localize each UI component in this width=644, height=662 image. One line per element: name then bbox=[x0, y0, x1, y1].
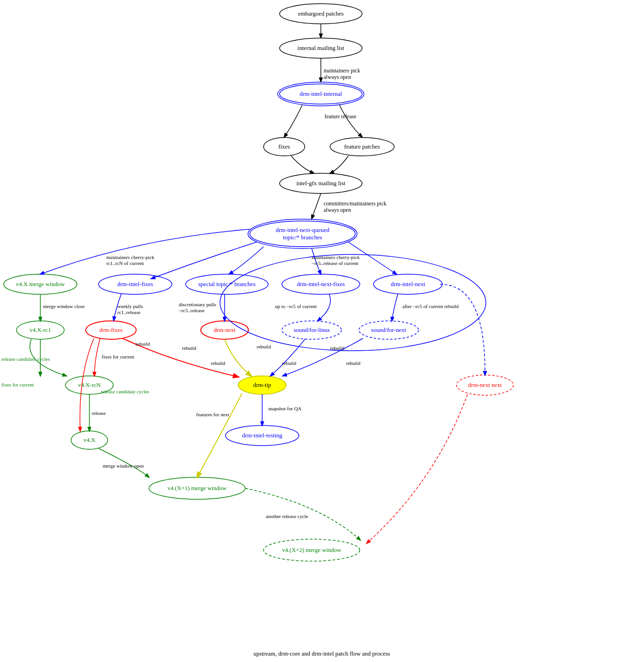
intel-gfx-label: intel-gfx mailing list bbox=[297, 180, 346, 187]
merge-window-open-label: merge window open bbox=[103, 463, 144, 469]
footer-label: upstream, drm-core and drm-intel patch f… bbox=[253, 650, 390, 657]
after-rc5-label: after ~rc5 of current rebuild bbox=[402, 303, 459, 309]
fixes-for-current-left: fixes for current bbox=[1, 382, 34, 387]
v4x2-merge-window-label: v4.(X+2) merge window bbox=[282, 546, 341, 553]
rebuild-label2: rebuild bbox=[282, 360, 297, 366]
feature-release-label: feature release bbox=[325, 113, 357, 120]
fixes-label: fixes bbox=[278, 143, 290, 150]
committers-pick-label2: always open bbox=[324, 207, 351, 213]
diagram-canvas: embargoed patches internal mailing list … bbox=[0, 0, 644, 662]
rebuild-drm-fixes-label: rebuild bbox=[136, 341, 150, 347]
drm-intel-testing-label: drm-intel-testing bbox=[242, 432, 282, 439]
upto-rc5-label: up to ~rc5 of current bbox=[275, 303, 317, 309]
drm-intel-fixes-label: drm-intel-fixes bbox=[117, 281, 153, 287]
rc-cycles-label: release candidate cycles bbox=[101, 389, 149, 394]
feature-patches-label: feature patches bbox=[344, 143, 380, 150]
features-for-next-label: features for next bbox=[196, 412, 229, 417]
discretionary-pulls-label: discretionary pulls bbox=[179, 302, 216, 307]
drm-next-label: drm-next bbox=[214, 326, 236, 333]
drm-next-next-label: drm-next next bbox=[468, 381, 502, 388]
svg-line-28 bbox=[312, 193, 321, 219]
v4x1-merge-window-label: v4.(X+1) merge window bbox=[168, 485, 227, 491]
rebuild-label-center: rebuild bbox=[211, 360, 226, 366]
committers-pick-label: committers/maintainers pick bbox=[324, 200, 386, 207]
drm-tip-label: drm-tip bbox=[253, 381, 271, 388]
cherry-pick-rc5-label2: ~rc5..release of current bbox=[312, 260, 358, 266]
another-release-cycle-label: another release cycle bbox=[266, 513, 308, 519]
v4x-merge-window-label: v4.X merge window bbox=[16, 281, 65, 287]
release-label: release bbox=[92, 410, 106, 416]
snapshot-qa-label: snapshot for QA bbox=[268, 406, 302, 411]
release-candidate-cycles-label: release candidate cycles bbox=[1, 356, 50, 362]
sound-for-linus-label: sound/for-linus bbox=[293, 326, 330, 333]
svg-point-31 bbox=[220, 254, 486, 351]
cherry-pick-rc1-label: maintainers cherry-pick bbox=[106, 254, 154, 260]
v4x-label: v4.X bbox=[83, 436, 95, 443]
v4x-rc1-label: v4.X-rc1 bbox=[30, 326, 51, 333]
internal-mailing-list-label: internal mailing list bbox=[297, 44, 344, 51]
drm-fixes-label: drm-fixes bbox=[99, 326, 123, 333]
rebuild-drm-next-label: rebuild bbox=[182, 345, 197, 351]
maintainers-pick-label2: always open bbox=[324, 74, 351, 80]
discretionary-pulls-label2: ~rc5..release bbox=[179, 308, 204, 313]
drm-intel-internal-label: drm-intel-internal bbox=[300, 90, 342, 97]
embargoed-patches-label: embargoed patches bbox=[298, 10, 344, 17]
special-topic-label: special topic/* branches bbox=[198, 281, 256, 287]
drm-intel-next-queued-label: drm-intel-next-queued bbox=[276, 226, 330, 233]
drm-intel-next-label: drm-intel-next bbox=[391, 281, 425, 287]
cherry-pick-rc1-label2: rc1..rcN of current bbox=[106, 260, 144, 266]
rebuild-label3: rebuild bbox=[346, 360, 361, 366]
drm-intel-next-fixes-label: drm-intel-next-fixes bbox=[297, 281, 345, 287]
rebuild-sound-linus-label: rebuild bbox=[257, 344, 271, 349]
drm-intel-next-queued-label2: topic/* branches bbox=[283, 234, 322, 241]
weekly-pulls-label2: rc1..release bbox=[117, 309, 140, 315]
weekly-pulls-label: weekly pulls bbox=[117, 303, 143, 309]
maintainers-pick-label: maintainers pick bbox=[324, 67, 360, 74]
cherry-pick-rc5-label: maintainers cherry-pick bbox=[312, 254, 360, 260]
sound-for-next-label: sound/for-next bbox=[371, 326, 407, 333]
fixes-for-current-label: fixes for current bbox=[102, 354, 134, 359]
merge-window-close-label: merge window close bbox=[43, 303, 85, 309]
